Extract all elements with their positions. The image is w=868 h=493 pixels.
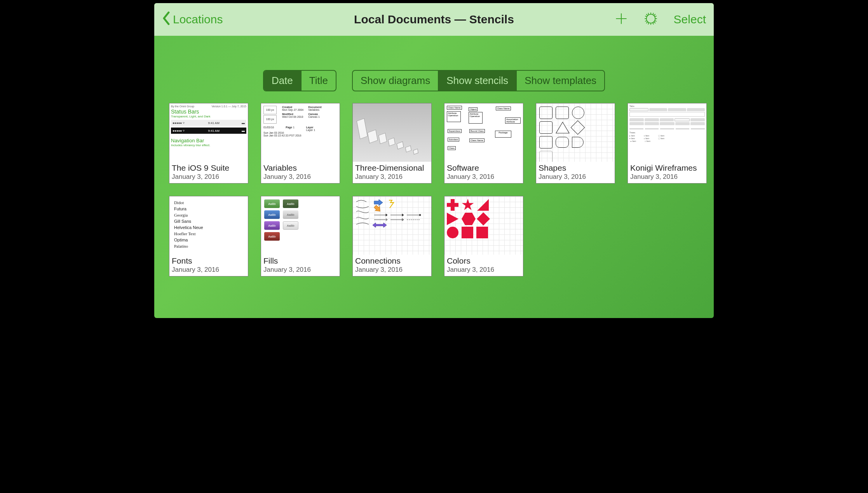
svg-line-11 [648,13,648,15]
svg-marker-31 [373,223,387,227]
document-date: January 3, 2016 [172,173,246,181]
document-date: January 3, 2016 [539,173,612,181]
document-thumbnail: Tabs Trees ▸ Item▾ Item ▸ Item □ Item□ I… [628,103,706,162]
svg-line-12 [653,23,653,24]
document-title: Shapes [539,163,612,172]
document-date: January 3, 2016 [355,173,429,181]
document-thumbnail [353,196,431,255]
document-thumbnail [353,103,431,162]
filter-diagrams[interactable]: Show diagrams [353,71,438,91]
document-thumbnail: Didot Futura Georgia Gill Sans Helvetica… [169,196,248,255]
back-button[interactable]: Locations [162,11,223,28]
document-title: Software [447,163,521,172]
svg-line-14 [648,23,648,24]
document-title: The iOS 9 Suite [172,163,246,172]
svg-marker-19 [374,199,383,206]
document-date: January 3, 2016 [263,266,337,274]
document-item[interactable]: Class Name AttributeOperation Object Att… [444,103,523,184]
svg-line-13 [653,13,653,15]
document-title: Variables [263,163,337,172]
chevron-left-icon [162,11,171,28]
svg-marker-22 [386,214,387,216]
document-title: Konigi Wireframes [630,163,704,172]
add-button[interactable] [615,12,628,27]
filter-stencils[interactable]: Show stencils [438,71,516,91]
document-item[interactable]: Three-Dimensional January 3, 2016 [352,103,432,184]
document-title: Three-Dimensional [355,163,429,172]
back-label: Locations [173,13,223,26]
svg-line-10 [654,14,655,16]
document-date: January 3, 2016 [355,266,429,274]
document-item[interactable]: Shapes January 3, 2016 [536,103,615,184]
document-date: January 3, 2016 [447,173,521,181]
document-item[interactable]: Tabs Trees ▸ Item▾ Item ▸ Item □ Item□ I… [627,103,707,184]
navbar: Locations Local Documents — Stencils [154,3,714,36]
svg-line-8 [654,22,655,23]
gear-icon [644,12,657,27]
document-item[interactable]: Connections January 3, 2016 [352,196,432,276]
document-thumbnail: Class Name AttributeOperation Object Att… [444,103,523,162]
page-title: Local Documents — Stencils [354,13,514,26]
svg-line-9 [646,22,647,23]
plus-icon [615,12,628,27]
document-title: Fonts [172,256,246,265]
document-item[interactable]: Didot Futura Georgia Gill Sans Helvetica… [169,196,248,276]
document-date: January 3, 2016 [447,266,521,274]
svg-line-18 [655,16,656,16]
filter-segmented-control: Show diagrams Show stencils Show templat… [352,70,605,91]
document-grid: By the Omni GroupVersion 1.0.1 — July 7,… [154,103,714,288]
document-thumbnail: AaBb AaBb AaBb AaBb AaBb AaBb AaBb [261,196,340,255]
sort-title[interactable]: Title [301,71,336,91]
svg-line-15 [645,16,647,16]
document-date: January 3, 2016 [263,173,337,181]
svg-point-26 [419,214,421,216]
filter-templates[interactable]: Show templates [516,71,604,91]
svg-line-7 [646,14,647,16]
document-thumbnail: 100 px 100 px CreatedMon Sep 27 2004 Mod… [261,103,340,162]
svg-line-17 [645,21,647,21]
document-thumbnail [444,196,523,255]
document-date: January 3, 2016 [172,266,246,274]
document-item[interactable]: Colors January 3, 2016 [444,196,523,276]
document-thumbnail [536,103,615,162]
document-title: Colors [447,256,521,265]
document-thumbnail: By the Omni GroupVersion 1.0.1 — July 7,… [169,103,248,162]
document-item[interactable]: 100 px 100 px CreatedMon Sep 27 2004 Mod… [261,103,340,184]
svg-marker-20 [373,204,382,213]
svg-line-16 [655,21,656,21]
document-item[interactable]: AaBb AaBb AaBb AaBb AaBb AaBb AaBb [261,196,340,276]
filter-row: Date Title Show diagrams Show stencils S… [154,36,714,103]
select-button[interactable]: Select [674,13,706,26]
svg-marker-24 [402,214,404,216]
document-title: Fills [263,256,337,265]
sort-segmented-control: Date Title [263,70,336,91]
sort-date[interactable]: Date [264,71,301,91]
document-item[interactable]: By the Omni GroupVersion 1.0.1 — July 7,… [169,103,248,184]
settings-button[interactable] [644,12,657,27]
document-date: January 3, 2016 [630,173,704,181]
document-title: Connections [355,256,429,265]
